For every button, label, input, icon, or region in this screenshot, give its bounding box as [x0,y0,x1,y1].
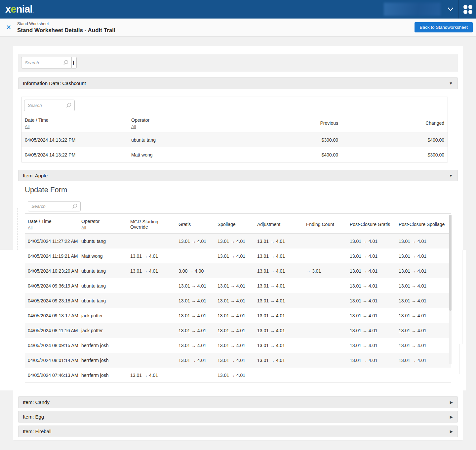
page-title: Stand Worksheet Details - Audit Trail [17,27,115,34]
cell-post-closure-spoilage: 13.01 → 4.01 [396,328,451,333]
section-title: Item: Fireball [23,428,52,434]
cell-post-closure-spoilage: 13.01 → 4.01 [396,298,451,303]
user-account-redacted[interactable] [384,3,441,16]
cell-mgr-starting-override: 13.01 → 4.01 [127,373,176,378]
background-panel-edge [17,208,18,250]
cell-post-closure-spoilage: 13.01 → 4.01 [396,283,451,289]
page-search-input[interactable] [21,57,72,68]
cashcount-table-header: Date / Time All Operator All Previous Ch… [21,114,448,132]
update-form-search-panel [25,199,451,214]
apps-grid-icon[interactable] [463,5,473,14]
column-header-spoilage: Spoilage [215,222,254,227]
cell-operator: ubuntu tang [78,283,127,289]
cell-post-closure-gratis: 13.01 → 4.01 [347,253,396,259]
table-scrollbar[interactable] [449,215,452,364]
cashcount-search-input[interactable] [24,100,75,111]
cell-spoilage: 13.01 → 4.01 [215,253,254,259]
cashcount-search-row [21,97,448,114]
update-form-table-row[interactable]: 04/05/2024 09:23:18 AM ubuntu tang 13.01… [25,293,451,308]
cashcount-table-row[interactable]: 04/05/2024 14:13:22 PM ubuntu tang $300.… [21,132,448,147]
cell-spoilage: 13.01 → 4.01 [215,358,254,363]
cashcount-table-row[interactable]: 04/05/2024 14:13:22 PM Matt wong $400.00… [21,147,448,162]
top-navbar: xenial. [0,0,476,19]
filter-all-link[interactable]: All [81,225,86,230]
update-form-table-header: Date / Time All Operator All MGR Startin… [25,215,451,234]
section-title: Item: Egg [23,414,44,420]
cell-spoilage: 13.01 → 4.01 [215,328,254,333]
cell-operator: ubuntu tang [78,268,127,274]
cell-post-closure-gratis: 13.01 → 4.01 [347,298,396,303]
navbar-divider [458,0,458,19]
cell-datetime: 04/05/2024 10:23:20 AM [25,268,78,274]
cell-adjustment: 13.01 → 4.01 [254,343,303,348]
cell-gratis: 13.01 → 4.01 [176,283,215,289]
cell-changed: $400.00 [338,137,448,143]
cell-datetime: 04/05/2024 14:13:22 PM [21,152,128,158]
update-form-table-row[interactable]: 04/05/2024 10:23:20 AM ubuntu tang 13.01… [25,263,451,278]
update-form-table-row[interactable]: 04/05/2024 09:13:17 AM jack potter 13.01… [25,308,451,323]
column-header-datetime: Date / Time All [21,117,128,129]
update-form-table-row[interactable]: 04/05/2024 08:01:14 AM herrferm josh 13.… [25,353,451,368]
background-panel-edge [462,250,462,344]
caret-right-icon: ▶ [450,400,453,405]
column-header-post-closure-spoilage: Post-Closure Spoilage [396,222,451,227]
back-to-standworksheet-button[interactable]: Back to Standworksheet [415,22,473,32]
cell-spoilage: 13.01 → 4.01 [215,343,254,348]
update-form-table-row[interactable]: 04/05/2024 11:19:21 AM Matt wong 13.01 →… [25,248,451,263]
filter-all-link[interactable]: All [28,225,32,230]
cell-datetime: 04/05/2024 11:19:21 AM [25,253,78,259]
cell-datetime: 04/05/2024 09:36:19 AM [25,283,78,289]
update-form-table: Date / Time All Operator All MGR Startin… [25,215,451,383]
update-form-table-row[interactable]: 04/05/2024 08:11:16 AM jack potter 13.01… [25,323,451,338]
scrollbar-thumb[interactable] [449,215,452,311]
cell-operator: herrferm josh [78,343,127,348]
filter-all-link[interactable]: All [131,124,136,129]
column-header-post-closure-gratis: Post-Closure Gratis [347,222,396,227]
column-header-operator: Operator All [128,117,273,129]
cell-spoilage: 13.01 → 4.01 [215,298,254,303]
cell-post-closure-gratis: 13.01 → 4.01 [347,313,396,318]
cell-gratis: 13.01 → 4.01 [176,358,215,363]
update-form-table-row[interactable]: 04/05/2024 11:27:22 AM ubuntu tang 13.01… [25,234,451,248]
column-header-previous: Previous [273,120,338,126]
section-header-cashcount[interactable]: Information Data: Cashcount ▼ [18,77,458,89]
cell-datetime: 04/05/2024 08:11:16 AM [25,328,78,333]
cell-post-closure-gratis: 13.01 → 4.01 [347,268,396,274]
cell-gratis: 3.00 → 4.00 [176,268,215,274]
cell-post-closure-gratis: 13.01 → 4.01 [347,283,396,289]
cell-post-closure-spoilage: 13.01 → 4.01 [396,253,451,259]
section-header-collapsed[interactable]: Item: Fireball ▶ [18,426,458,437]
update-form-search-input[interactable] [28,201,81,211]
cell-mgr-starting-override: 13.01 → 4.01 [127,268,176,274]
cell-datetime: 04/05/2024 14:13:22 PM [21,137,128,143]
cell-operator: Matt wong [78,253,127,259]
column-header-operator: Operator All [78,219,127,230]
cell-operator: ubuntu tang [128,137,273,143]
cell-mgr-starting-override: 13.01 → 4.01 [127,253,176,259]
collapsed-sections: Item: Candy ▶ Item: Egg ▶ Item: Fireball… [18,396,458,437]
update-form-table-row[interactable]: 04/05/2024 09:36:19 AM ubuntu tang 13.01… [25,278,451,293]
section-header-collapsed[interactable]: Item: Egg ▶ [18,411,458,423]
update-form-table-body: 04/05/2024 11:27:22 AM ubuntu tang 13.01… [25,234,451,383]
cell-spoilage: 13.01 → 4.01 [215,373,254,378]
section-header-collapsed[interactable]: Item: Candy ▶ [18,396,458,408]
cell-adjustment: 13.01 → 4.01 [254,253,303,259]
section-title: Item: Candy [23,399,50,405]
update-form-table-row[interactable]: 04/05/2024 07:46:13 AM herrferm josh 13.… [25,368,451,382]
cell-datetime: 04/05/2024 09:13:17 AM [25,313,78,318]
chevron-down-icon[interactable] [447,7,454,12]
update-form-table-row[interactable]: 04/05/2024 08:09:15 AM herrferm josh 13.… [25,338,451,353]
section-header-item-apple[interactable]: Item: Apple ▼ [18,170,458,181]
cell-post-closure-gratis: 13.01 → 4.01 [347,358,396,363]
cell-gratis: 13.01 → 4.01 [176,313,215,318]
close-icon[interactable]: ✕ [5,24,12,31]
cell-gratis: 13.01 → 4.01 [176,343,215,348]
cell-datetime: 04/05/2024 08:01:14 AM [25,358,78,363]
filter-all-link[interactable]: All [25,124,29,129]
cashcount-panel: Date / Time All Operator All Previous Ch… [21,97,448,162]
column-header-changed: Changed [338,120,448,126]
cell-post-closure-gratis: 13.01 → 4.01 [347,328,396,333]
cell-post-closure-gratis: 13.01 → 4.01 [347,239,396,244]
cell-adjustment: 13.01 → 4.01 [254,283,303,289]
cell-datetime: 04/05/2024 11:27:22 AM [25,239,78,244]
